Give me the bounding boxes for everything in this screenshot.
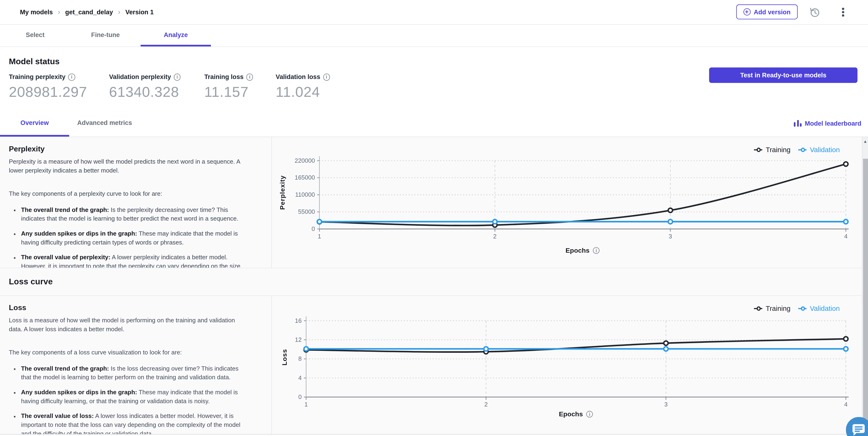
chevron-right-icon: › (118, 8, 120, 16)
svg-text:3: 3 (669, 233, 672, 240)
model-status-title: Model status (9, 57, 60, 66)
chat-widget-button[interactable] (846, 417, 868, 436)
svg-text:55000: 55000 (298, 208, 315, 215)
loss-curve-section-header: Loss curve (0, 268, 862, 296)
metric-training-loss: Training loss 11.157 (204, 74, 253, 100)
list-item: The overall trend of the graph: Is the p… (21, 205, 248, 223)
list-item: The overall value of perplexity: A lower… (21, 253, 248, 268)
info-icon[interactable] (246, 74, 253, 80)
breadcrumb-model-name[interactable]: get_cand_delay (65, 9, 113, 15)
legend-training[interactable]: Training (754, 305, 790, 312)
loss-curve-heading: Loss curve (9, 277, 53, 286)
tab-overview[interactable]: Overview (0, 111, 69, 137)
more-actions-button[interactable] (837, 6, 850, 19)
add-version-label: Add version (754, 9, 790, 15)
svg-text:4: 4 (844, 233, 847, 240)
scrollbar: ▲ (862, 137, 868, 436)
tab-select[interactable]: Select (0, 25, 70, 46)
chevron-right-icon: › (58, 8, 60, 16)
metric-value: 61340.328 (109, 83, 181, 100)
list-item: The overall value of loss: A lower loss … (21, 411, 248, 434)
line-marker-icon (754, 149, 763, 150)
metric-value: 11.024 (276, 83, 330, 100)
loss-title: Loss (9, 304, 248, 312)
test-ready-to-use-button[interactable]: Test in Ready-to-use models (709, 68, 858, 83)
info-icon[interactable] (68, 74, 75, 80)
svg-text:12: 12 (295, 336, 302, 343)
info-icon[interactable] (586, 411, 593, 417)
line-marker-icon (754, 308, 763, 309)
svg-text:2: 2 (493, 233, 497, 240)
metric-value: 208981.297 (9, 83, 87, 100)
model-status-section: Model status Training perplexity 208981.… (0, 47, 868, 111)
chart-legend: Training Validation (754, 305, 840, 312)
svg-text:0: 0 (312, 226, 315, 232)
perplexity-chart: 0550001100001650002200001234 (275, 154, 862, 249)
svg-text:4: 4 (844, 401, 847, 408)
info-icon[interactable] (323, 74, 330, 80)
app-root: My models › get_cand_delay › Version 1 +… (0, 0, 868, 436)
info-icon[interactable] (174, 74, 181, 80)
scroll-up-icon[interactable]: ▲ (862, 138, 868, 145)
x-axis-title: Epochs (306, 410, 846, 418)
sub-tab-bar: Overview Advanced metrics Model leaderbo… (0, 111, 868, 137)
perplexity-title: Perplexity (9, 145, 248, 153)
legend-validation[interactable]: Validation (798, 146, 840, 154)
svg-text:2: 2 (484, 401, 488, 408)
svg-text:3: 3 (664, 401, 668, 408)
line-marker-icon (798, 308, 807, 309)
metric-validation-loss: Validation loss 11.024 (276, 74, 330, 100)
add-version-button[interactable]: + Add version (736, 4, 798, 20)
loss-chart-pane: Training Validation 04812161234 Loss Epo… (272, 296, 862, 434)
tab-fine-tune[interactable]: Fine-tune (70, 25, 141, 46)
svg-text:110000: 110000 (295, 191, 315, 198)
svg-text:1: 1 (304, 401, 308, 408)
metric-label: Training perplexity (9, 74, 65, 80)
tab-advanced-metrics[interactable]: Advanced metrics (69, 111, 140, 137)
perplexity-chart-pane: Training Validation 05500011000016500022… (272, 137, 862, 268)
breadcrumb-version: Version 1 (125, 9, 154, 15)
legend-validation[interactable]: Validation (798, 305, 840, 312)
metric-label: Validation perplexity (109, 74, 171, 80)
kebab-menu-icon (842, 8, 844, 16)
metric-validation-perplexity: Validation perplexity 61340.328 (109, 74, 181, 100)
model-leaderboard-label: Model leaderboard (805, 120, 861, 126)
perplexity-row: Perplexity Perplexity is a measure of ho… (0, 137, 862, 268)
breadcrumb: My models › get_cand_delay › Version 1 (20, 0, 154, 24)
metric-label: Validation loss (276, 74, 320, 80)
info-icon[interactable] (593, 247, 599, 254)
plus-circle-icon: + (743, 8, 750, 15)
main-tab-bar: Select Fine-tune Analyze (0, 25, 868, 47)
list-item: The overall trend of the graph: Is the l… (21, 364, 248, 381)
y-axis-title: Perplexity (279, 175, 286, 210)
scrollbar-thumb[interactable] (863, 159, 868, 436)
svg-text:8: 8 (298, 355, 302, 362)
perplexity-bullet-list: The overall trend of the graph: Is the p… (9, 205, 248, 268)
list-item: Any sudden spikes or dips in the graph: … (21, 229, 248, 246)
svg-text:16: 16 (295, 317, 302, 324)
breadcrumb-my-models[interactable]: My models (20, 9, 53, 15)
svg-text:0: 0 (298, 394, 302, 400)
history-icon (808, 6, 820, 18)
chat-bubble-icon (846, 417, 868, 436)
svg-text:4: 4 (298, 375, 302, 381)
loss-description-panel: Loss Loss is a measure of how well the m… (0, 296, 272, 434)
line-marker-icon (798, 149, 807, 150)
metric-label: Training loss (204, 74, 243, 80)
perplexity-keyline: The key components of a perplexity curve… (9, 189, 248, 198)
page-header: My models › get_cand_delay › Version 1 +… (0, 0, 868, 25)
perplexity-description-panel: Perplexity Perplexity is a measure of ho… (0, 137, 272, 268)
tab-analyze[interactable]: Analyze (141, 25, 211, 46)
loss-intro: Loss is a measure of how well the model … (9, 316, 248, 333)
legend-training[interactable]: Training (754, 146, 790, 154)
x-axis-title: Epochs (319, 246, 846, 254)
metric-training-perplexity: Training perplexity 208981.297 (9, 74, 87, 100)
metric-value: 11.157 (204, 83, 253, 100)
y-axis-title: Loss (281, 349, 288, 366)
version-history-button[interactable] (808, 6, 821, 19)
svg-text:1: 1 (318, 233, 321, 240)
model-leaderboard-link[interactable]: Model leaderboard (794, 111, 862, 135)
chart-legend: Training Validation (754, 146, 840, 154)
page-bottom-divider (0, 434, 868, 435)
svg-text:220000: 220000 (295, 157, 315, 164)
